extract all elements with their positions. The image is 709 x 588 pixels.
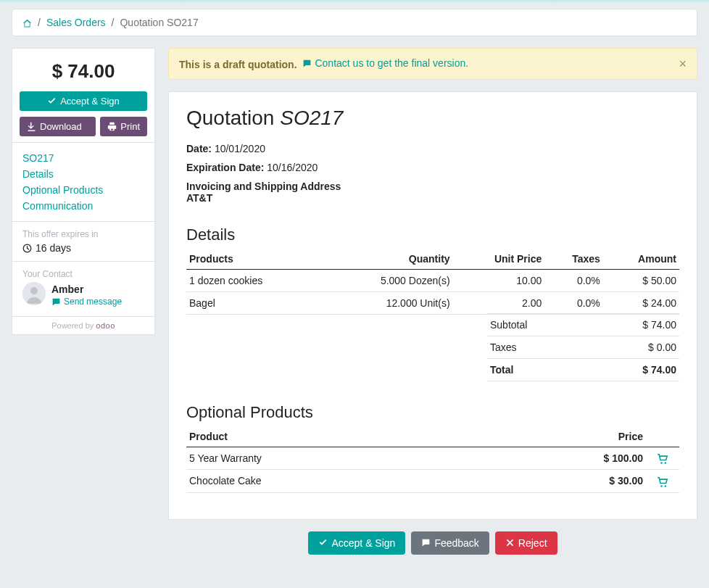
total-value: $ 74.00 bbox=[642, 364, 676, 376]
svg-point-5 bbox=[660, 485, 662, 486]
draft-alert: This is a draft quotation. Contact us to… bbox=[168, 48, 697, 80]
send-message-label: Send message bbox=[64, 297, 122, 307]
cell-price: $ 30.00 bbox=[477, 470, 646, 492]
cell-product: 5 Year Warranty bbox=[186, 447, 477, 470]
reject-button[interactable]: Reject bbox=[495, 531, 557, 555]
print-button[interactable]: Print bbox=[100, 117, 147, 136]
cell-unit-price: 2.00 bbox=[453, 292, 545, 315]
cell-price: $ 100.00 bbox=[477, 447, 646, 470]
sidebar-item-communication[interactable]: Communication bbox=[22, 198, 144, 214]
sidebar-item-details[interactable]: Details bbox=[22, 166, 144, 182]
quotation-card: Quotation SO217 Date: 10/01/2020 Expirat… bbox=[168, 91, 697, 520]
comment-icon bbox=[421, 538, 431, 547]
cell-product: 1 dozen cookies bbox=[186, 270, 323, 292]
reject-label: Reject bbox=[518, 537, 547, 549]
home-icon bbox=[22, 19, 32, 28]
sidebar-total-price: $ 74.00 bbox=[12, 49, 154, 91]
close-icon bbox=[505, 538, 515, 547]
address-name: AT&T bbox=[186, 192, 212, 204]
alert-contact-link[interactable]: Contact us to get the final version. bbox=[315, 57, 468, 69]
feedback-button[interactable]: Feedback bbox=[411, 531, 489, 555]
powered-by: Powered by odoo bbox=[12, 316, 154, 334]
page-title: Quotation SO217 bbox=[186, 107, 679, 130]
optional-table: Product Price 5 Year Warranty $ 100.00 C bbox=[186, 426, 679, 493]
breadcrumb-home[interactable] bbox=[22, 17, 32, 28]
download-button[interactable]: Download bbox=[20, 117, 96, 136]
col-product: Product bbox=[186, 426, 477, 447]
date-value: 10/01/2020 bbox=[215, 143, 265, 154]
svg-point-2 bbox=[30, 287, 38, 294]
col-products: Products bbox=[186, 249, 323, 270]
contact-name: Amber bbox=[51, 283, 122, 295]
expiration-value: 10/16/2020 bbox=[267, 162, 318, 173]
table-row: 1 dozen cookies 5.000 Dozen(s) 10.00 0.0… bbox=[186, 270, 679, 292]
col-unit-price: Unit Price bbox=[453, 249, 545, 270]
date-label: Date: bbox=[186, 143, 212, 154]
table-row: Bagel 12.000 Unit(s) 2.00 0.0% $ 24.00 bbox=[186, 292, 679, 315]
svg-point-6 bbox=[665, 485, 666, 486]
check-icon bbox=[318, 538, 328, 547]
alert-prefix: This is a draft quotation. bbox=[179, 59, 297, 70]
feedback-label: Feedback bbox=[434, 537, 478, 549]
details-table: Products Quantity Unit Price Taxes Amoun… bbox=[186, 249, 679, 315]
subtotal-value: $ 74.00 bbox=[642, 319, 676, 331]
sidebar-expiry: This offer expires in 16 days bbox=[12, 221, 154, 261]
address-row: Invoicing and Shipping Address AT&T bbox=[186, 181, 679, 204]
odoo-brand: odoo bbox=[96, 321, 115, 330]
comment-icon bbox=[302, 59, 312, 68]
cart-icon bbox=[657, 477, 668, 487]
cell-product: Bagel bbox=[186, 292, 323, 315]
breadcrumb-sales-orders[interactable]: Sales Orders bbox=[46, 17, 106, 28]
date-row: Date: 10/01/2020 bbox=[186, 143, 679, 154]
col-quantity: Quantity bbox=[323, 249, 453, 270]
expiration-row: Expiration Date: 10/16/2020 bbox=[186, 162, 679, 173]
cell-taxes: 0.0% bbox=[544, 292, 603, 315]
sidebar: $ 74.00 Accept & Sign Download Print bbox=[12, 48, 155, 335]
expires-label: This offer expires in bbox=[22, 229, 144, 239]
col-price: Price bbox=[477, 426, 646, 447]
check-icon bbox=[47, 96, 57, 106]
accept-sign-label: Accept & Sign bbox=[60, 96, 120, 107]
footer-actions: Accept & Sign Feedback Reject bbox=[168, 520, 697, 562]
breadcrumb: / Sales Orders / Quotation SO217 bbox=[12, 9, 697, 36]
expires-value: 16 days bbox=[36, 242, 71, 254]
avatar bbox=[22, 282, 46, 305]
breadcrumb-sep: / bbox=[112, 17, 115, 28]
sidebar-item-so[interactable]: SO217 bbox=[22, 150, 144, 166]
footer-accept-sign-button[interactable]: Accept & Sign bbox=[308, 531, 405, 555]
subtotal-label: Subtotal bbox=[490, 319, 527, 331]
totals: Subtotal $ 74.00 Taxes $ 0.00 Total $ 74… bbox=[487, 314, 679, 381]
add-to-cart-button[interactable] bbox=[657, 475, 668, 486]
footer-accept-label: Accept & Sign bbox=[331, 537, 395, 549]
taxes-label: Taxes bbox=[490, 341, 517, 353]
table-row: 5 Year Warranty $ 100.00 bbox=[186, 447, 679, 470]
accept-sign-button[interactable]: Accept & Sign bbox=[20, 91, 147, 111]
title-number: SO217 bbox=[280, 107, 343, 129]
optional-heading: Optional Products bbox=[186, 403, 679, 422]
col-taxes: Taxes bbox=[544, 249, 603, 270]
print-label: Print bbox=[120, 121, 140, 132]
cell-quantity: 12.000 Unit(s) bbox=[323, 292, 453, 315]
total-label: Total bbox=[490, 364, 513, 376]
address-label: Invoicing and Shipping Address bbox=[186, 181, 679, 192]
contact-label: Your Contact bbox=[22, 269, 144, 279]
col-amount: Amount bbox=[603, 249, 679, 270]
taxes-value: $ 0.00 bbox=[648, 341, 676, 353]
expiration-label: Expiration Date: bbox=[186, 162, 264, 173]
title-prefix: Quotation bbox=[186, 107, 280, 129]
print-icon bbox=[107, 122, 117, 131]
cell-quantity: 5.000 Dozen(s) bbox=[323, 270, 453, 292]
cell-amount: $ 50.00 bbox=[603, 270, 679, 292]
add-to-cart-button[interactable] bbox=[657, 452, 668, 464]
breadcrumb-sep: / bbox=[38, 17, 41, 28]
svg-point-3 bbox=[660, 462, 662, 463]
cell-amount: $ 24.00 bbox=[603, 292, 679, 315]
sidebar-nav: SO217 Details Optional Products Communic… bbox=[12, 142, 154, 221]
send-message-link[interactable]: Send message bbox=[51, 297, 122, 307]
powered-prefix: Powered by bbox=[51, 321, 96, 330]
close-icon[interactable]: × bbox=[679, 57, 687, 70]
download-icon bbox=[27, 122, 36, 131]
download-label: Download bbox=[40, 121, 82, 132]
sidebar-item-optional[interactable]: Optional Products bbox=[22, 182, 144, 198]
details-heading: Details bbox=[186, 225, 679, 244]
